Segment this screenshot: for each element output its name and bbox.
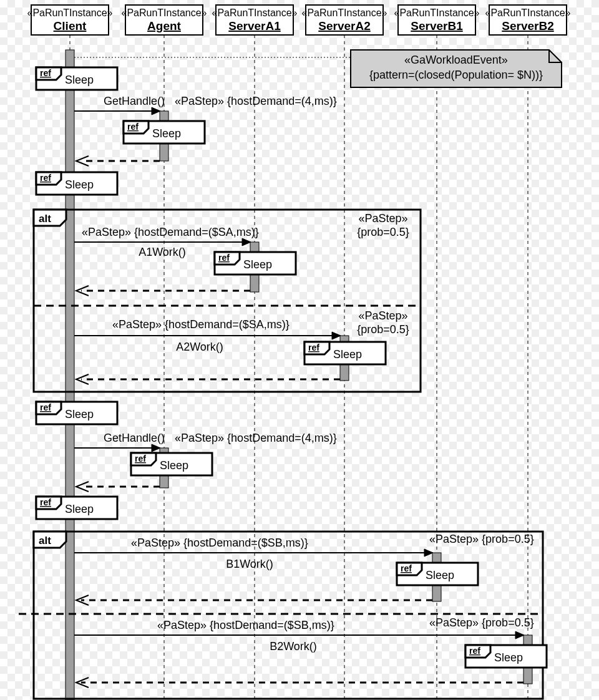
svg-text:Sleep: Sleep: [65, 74, 94, 86]
svg-text:Sleep: Sleep: [65, 503, 94, 515]
svg-text:alt: alt: [39, 213, 51, 225]
svg-text:Sleep: Sleep: [494, 651, 523, 664]
ref-sleep-client-1: ref Sleep: [36, 67, 117, 90]
svg-marker-29: [242, 238, 251, 246]
ref-sleep-b1: ref Sleep: [397, 563, 478, 585]
pastep-a1-hd: «PaStep» {hostDemand=($SA,ms)}: [82, 226, 259, 238]
svg-text:ref: ref: [40, 68, 51, 78]
svg-text:Sleep: Sleep: [333, 348, 362, 361]
pastep-b2-hd: «PaStep» {hostDemand=($SB,ms)}: [157, 619, 334, 631]
pastep-gh1-stereo: «PaStep» {hostDemand=(4,ms)}: [175, 95, 337, 107]
note-stereo: «GaWorkloadEvent»: [404, 54, 508, 66]
pastep-a1-stereo: «PaStep»: [358, 212, 407, 225]
name-b1: ServerB1: [411, 19, 463, 32]
svg-text:ref: ref: [40, 402, 51, 412]
svg-text:ref: ref: [308, 343, 319, 352]
alt-fragment-b: alt «PaStep» {prob=0.5} «PaStep» {hostDe…: [19, 532, 547, 699]
svg-text:Sleep: Sleep: [152, 127, 181, 140]
alt-fragment-a: alt «PaStep» {prob=0.5} «PaStep» {hostDe…: [34, 210, 421, 392]
svg-text:ref: ref: [469, 646, 480, 656]
workload-note: «GaWorkloadEvent» {pattern=(closed(Popul…: [351, 50, 562, 87]
note-body: {pattern=(closed(Population= $N))}: [369, 69, 543, 81]
svg-text:ref: ref: [127, 122, 139, 132]
svg-text:ref: ref: [218, 253, 230, 263]
stereo-client: «PaRunTInstance»: [27, 7, 113, 18]
stereo-b1: «PaRunTInstance»: [394, 7, 480, 18]
svg-marker-43: [152, 444, 160, 452]
svg-text:Sleep: Sleep: [426, 569, 454, 581]
name-agent: Agent: [147, 19, 182, 32]
ref-sleep-b2: ref Sleep: [465, 645, 547, 668]
name-a1: ServerA1: [228, 19, 281, 32]
lifeline-servera1: «PaRunTInstance» ServerA1: [212, 5, 298, 700]
pastep-a2-prob: {prob=0.5}: [357, 323, 409, 336]
svg-text:ref: ref: [40, 497, 51, 507]
svg-marker-34: [332, 332, 341, 339]
pastep-b1-stereo: «PaStep» {prob=0.5}: [429, 533, 534, 545]
svg-text:Sleep: Sleep: [243, 258, 272, 271]
svg-marker-60: [515, 631, 524, 639]
svg-text:Sleep: Sleep: [65, 408, 94, 420]
msg-b2work: B2Work(): [270, 640, 317, 653]
ref-sleep-agent-1: ref Sleep: [124, 121, 205, 143]
svg-text:Sleep: Sleep: [160, 459, 188, 472]
msg-gethandle-2: GetHandle(): [104, 432, 165, 444]
pastep-a2-hd: «PaStep» {hostDemand=($SA,ms)}: [112, 318, 290, 331]
ref-sleep-client-2: ref Sleep: [36, 172, 117, 195]
uml-sequence-diagram: «PaRunTInstance» Client «PaRunTInstance»…: [0, 0, 599, 700]
ref-sleep-a1: ref Sleep: [215, 252, 296, 275]
stereo-a1: «PaRunTInstance»: [212, 7, 298, 18]
svg-marker-17: [152, 107, 160, 115]
ref-sleep-agent-2: ref Sleep: [131, 453, 212, 475]
pastep-a2-stereo: «PaStep»: [358, 309, 407, 322]
svg-text:ref: ref: [401, 563, 412, 573]
ref-sleep-a2: ref Sleep: [304, 342, 386, 364]
msg-a1work: A1Work(): [139, 246, 186, 258]
ref-sleep-client-4: ref Sleep: [36, 497, 117, 519]
pastep-b2-stereo: «PaStep» {prob=0.5}: [429, 616, 534, 629]
pastep-a1-prob: {prob=0.5}: [357, 226, 409, 238]
svg-text:ref: ref: [40, 173, 51, 183]
svg-rect-52: [34, 532, 543, 699]
svg-text:Sleep: Sleep: [65, 178, 94, 191]
pastep-b1-hd: «PaStep» {hostDemand=($SB,ms)}: [131, 537, 308, 549]
activation-client: [66, 50, 74, 700]
msg-gethandle-1: GetHandle(): [104, 95, 165, 107]
pastep-gh2-stereo: «PaStep» {hostDemand=(4,ms)}: [175, 432, 337, 444]
msg-b1work: B1Work(): [226, 558, 273, 570]
msg-a2work: A2Work(): [176, 341, 223, 353]
name-a2: ServerA2: [318, 19, 370, 32]
stereo-b2: «PaRunTInstance»: [485, 7, 571, 18]
stereo-agent: «PaRunTInstance»: [122, 7, 207, 18]
name-b2: ServerB2: [502, 19, 553, 32]
ref-sleep-client-3: ref Sleep: [36, 402, 117, 424]
svg-text:ref: ref: [135, 454, 146, 464]
stereo-a2: «PaRunTInstance»: [302, 7, 387, 18]
lifeline-serverb2: «PaRunTInstance» ServerB2: [485, 5, 571, 700]
svg-text:alt: alt: [39, 535, 51, 547]
name-client: Client: [54, 19, 87, 32]
svg-marker-55: [424, 549, 433, 557]
